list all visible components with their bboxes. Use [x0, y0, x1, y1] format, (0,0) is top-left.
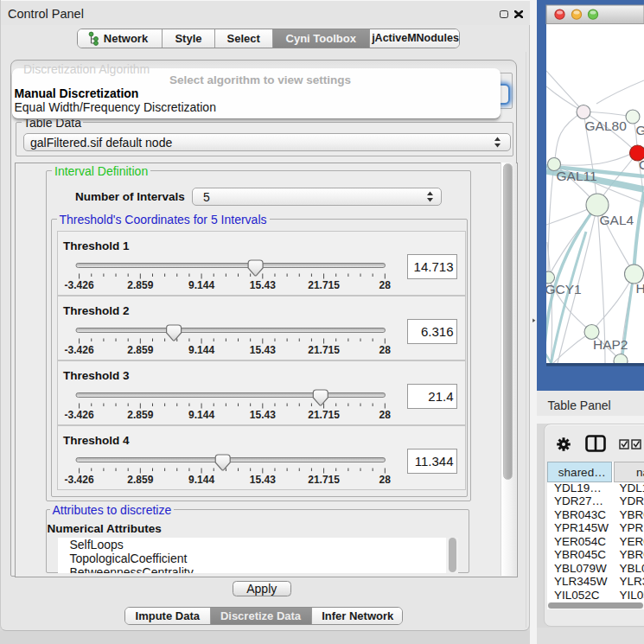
svg-text:GAL7: GAL7	[636, 123, 644, 137]
svg-text:GAL4: GAL4	[600, 213, 634, 227]
svg-text:GAL80: GAL80	[585, 118, 628, 133]
svg-text:GCY1: GCY1	[545, 282, 582, 296]
svg-text:HAP2: HAP2	[593, 337, 628, 352]
svg-text:GAL11: GAL11	[557, 169, 597, 183]
svg-text:CYC8: CYC8	[639, 157, 644, 172]
svg-text:H: H	[636, 281, 644, 296]
